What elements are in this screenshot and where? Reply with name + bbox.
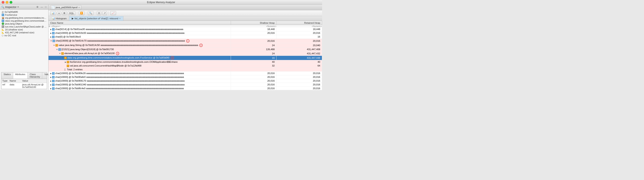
gc-icon: ⬡ [2,34,4,37]
tab-class-hierarchy[interactable]: Class Hierarchy [28,72,42,79]
list-icon: ≡ [58,12,60,15]
main-table: Class Name Shallow Heap Retained Heap ⚙ … [48,21,322,90]
table-row[interactable]: ▶[]char[10000] @ 0x7bb901340 aaaaaaaaaaa… [48,83,322,86]
toolbar-oql-btn[interactable]: OQL [68,11,75,15]
inspector-tabs-container: Statics Attributes Class Hierarchy Value… [1,72,47,89]
main-table-filter-row: ⚙ <Regex> <Numeric> <Numeric> [48,25,322,28]
table-row[interactable]: ▶ffooService org.geekbang.time.commonmis… [48,60,322,64]
row-shallow-heap: 24 [231,43,276,47]
char-array-icon: [] [52,83,54,86]
table-row[interactable]: ▶[]char[10000] @ 0x7bb8fc4e0 aaaaaaaaaaa… [48,86,322,90]
filter-retained[interactable]: <Numeric> [276,25,322,28]
minimize-button[interactable] [6,1,8,4]
class-name-text: [21521] java.lang.Object[31618] @ 0x7bb0… [62,48,114,51]
table-row[interactable]: ▼felementData java.util.ArrayList @ 0x7a… [48,51,322,56]
expand-icon: ▶ [50,32,52,34]
toolbar-list-btn[interactable]: ≡ [57,11,61,15]
inspector-superclass-value: java.lang.Object [5,23,22,25]
expand-icon: ▶ [65,61,66,63]
table-row[interactable]: ▶[]char[10000] @ 0x7bb919c00 aaaaaaaaaaa… [48,31,322,35]
toolbar-sep1 [77,11,77,15]
retained-icon: 📐 [2,32,4,34]
toolbar-search-btn[interactable]: 🔍 [88,11,94,15]
row-retained-heap: 40 [276,60,322,64]
file-tab[interactable]: 📄 java_pid29569.hprof ✕ [50,5,81,10]
table-row[interactable]: ▶fval java.util.concurrent.ConcurrentHas… [48,64,322,67]
row-shallow-heap: 24 [231,51,276,56]
row-shallow-heap: 126,488 [231,47,276,51]
toolbar-copy-btn[interactable]: ⊡ [97,11,102,15]
expand-icon: ▶ [50,80,52,82]
row-retained-heap: 20,016 [276,79,322,83]
row-shallow-heap [231,35,276,39]
table-row[interactable]: ▶[]char[0] @ 0x7bb919bc016 [48,35,322,39]
view-tab-list-objects[interactable]: ▶ list_objects [selection of 'char[]'] -… [69,16,124,21]
expand-icon: ▶ [50,84,52,86]
inspector-title: Inspector [5,6,16,9]
table-row[interactable]: ▶[]char[9214] @ 0x7bb91ea30 aaaaaaaaaaaa… [48,28,322,31]
toolbar-export-btn[interactable]: ↗ [102,11,107,15]
tab-statics[interactable]: Statics [2,72,13,79]
copy-icon: ⊡ [98,12,100,15]
row-class-name: ▼[]char[10000] @ 0x7bb914c70 aaaaaaaaaaa… [48,39,231,43]
export-icon: ↗ [104,12,106,15]
inspector-settings-icon[interactable]: ⚙ [36,6,39,9]
toolbar-filter-btn[interactable]: 🔽 [79,11,84,15]
inspector-fullclass-value: class org.geekbang.time.commonmistakes.t… [5,20,47,22]
row-retained-heap: 20,016 [276,83,322,86]
package-icon: 📦 [2,17,4,19]
row-retained-heap: 20,016 [276,75,322,79]
row-class-name: ▶fval java.util.concurrent.ConcurrentHas… [48,64,231,67]
inspector-fullclass: C class org.geekbang.time.commonmistakes… [2,19,47,22]
row-class-name: ▼fvalue java.lang.String @ 0x7bb914c58 a… [48,43,231,47]
char-array-icon: [] [52,40,55,42]
close-button[interactable] [2,1,4,4]
row-retained-heap: 18,448 [276,28,322,31]
table-row[interactable]: ▼[][21521] java.lang.Object[31618] @ 0x7… [48,47,322,51]
inspector-shallow: 📐 16 (shallow size) [2,28,47,31]
inspector-minimize-icon[interactable]: — [40,6,44,9]
table-row[interactable]: ▼fvalue java.lang.String @ 0x7bb914c58 a… [48,43,322,47]
toolbar-histogram-btn[interactable]: 📊 [50,11,56,15]
main-table-header-row: Class Name Shallow Heap Retained Heap [48,21,322,25]
expand-icon: ▼ [53,44,55,46]
toolbar-grid-btn[interactable]: ⊞ [62,11,67,15]
field-icon: f [67,65,69,67]
table-row[interactable]: ▶[]char[10000] @ 0x7bb906170 aaaaaaaaaaa… [48,79,322,83]
class2-icon: C [2,20,4,22]
inspector-tabs-header: Statics Attributes Class Hierarchy Value… [2,72,47,79]
grid-icon: ⊞ [64,12,65,15]
toolbar-chart-btn[interactable]: 📈 [110,11,116,15]
row-class-name: ▶ffooService org.geekbang.time.commonmis… [48,60,231,64]
filter-shallow[interactable]: <Numeric> [231,25,276,28]
class-name-text: char[10000] @ 0x7bb919c00 aaaaaaaaaaaaaa… [55,32,184,34]
row-value[interactable]: java.util.ArrayList @ 0x7a0f3d100 [21,83,47,89]
class-name-text: char[0] @ 0x7bb919bc0 [55,35,81,38]
tab-attributes[interactable]: Attributes [13,72,28,79]
main-table-container: Class Name Shallow Heap Retained Heap ⚙ … [48,21,322,90]
maximize-button[interactable] [10,1,12,4]
inspector-tabs-list: Statics Attributes Class Hierarchy Value [2,72,53,79]
field-icon: f [64,57,67,59]
file-tab-name: java_pid29569.hprof [56,6,78,9]
inspector-maximize-icon[interactable]: □ [44,6,47,9]
view-tab-histogram[interactable]: 📊 Histogram [49,16,69,21]
histogram-icon: 📊 [52,12,54,15]
filter-class-name[interactable]: ⚙ <Regex> [48,25,231,28]
table-row[interactable]: ▶[]char[10000] @ 0x7bb90afe0 aaaaaaaaaaa… [48,75,322,79]
field-icon: f [67,61,69,63]
list-tab-close[interactable]: ✕ [119,17,121,20]
expand-icon: ▶ [50,87,52,89]
inspector-close-icon[interactable]: ✕ [17,6,19,8]
table-row[interactable]: ▼fdata org.geekbang.time.commonmistakes.… [48,56,322,60]
table-row[interactable]: ▼[]char[10000] @ 0x7bb914c70 aaaaaaaaaaa… [48,39,322,43]
table-row[interactable]: ▶ΣTotal: 2 entries [48,67,322,71]
expand-placeholder: ▶ [65,65,66,67]
inspector-address-value: 0x7a0f3d0f0 [4,11,18,13]
table-row[interactable]: ▶[]char[10000] @ 0x7bb90fe28 aaaaaaaaaaa… [48,71,322,75]
expand-icon: ▶ [50,76,52,78]
row-shallow-heap: 40 [231,60,276,64]
class-name-text: char[10000] @ 0x7bb8fc4e0 aaaaaaaaaaaaaa… [55,87,184,89]
col-class-name: Class Name [48,21,231,25]
file-tab-close[interactable]: ✕ [78,6,80,9]
